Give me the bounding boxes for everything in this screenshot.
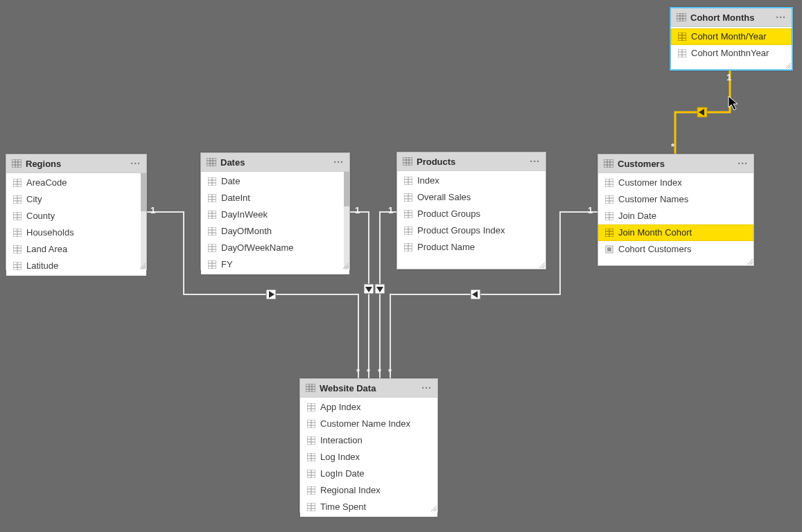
more-icon[interactable]: ··· bbox=[130, 158, 141, 169]
field-customerindex[interactable]: Customer Index bbox=[598, 175, 753, 191]
field-date[interactable]: Date bbox=[201, 173, 349, 190]
field-customernameindex[interactable]: Customer Name Index bbox=[300, 416, 437, 432]
more-icon[interactable]: ··· bbox=[776, 12, 786, 23]
resize-grip[interactable] bbox=[747, 259, 753, 265]
field-county[interactable]: County bbox=[6, 208, 146, 224]
field-label: Join Month Cohort bbox=[618, 227, 692, 239]
column-icon bbox=[605, 195, 613, 204]
field-city[interactable]: City bbox=[6, 191, 146, 208]
field-areacode[interactable]: AreaCode bbox=[6, 175, 146, 191]
field-dayinweek[interactable]: DayInWeek bbox=[201, 206, 349, 223]
table-cohort-months[interactable]: Cohort Months ··· Cohort Month/Year Coho… bbox=[670, 7, 793, 71]
field-households[interactable]: Households bbox=[6, 224, 146, 241]
field-dateint[interactable]: DateInt bbox=[201, 190, 349, 206]
resize-grip[interactable] bbox=[140, 263, 146, 269]
field-productgroups[interactable]: Product Groups bbox=[397, 206, 546, 222]
table-header[interactable]: Regions ··· bbox=[6, 154, 146, 173]
field-label: DateInt bbox=[221, 192, 250, 204]
table-header[interactable]: Products ··· bbox=[397, 152, 546, 171]
svg-rect-66 bbox=[403, 157, 412, 166]
table-header[interactable]: Website Data ··· bbox=[300, 379, 437, 398]
field-fy[interactable]: FY bbox=[201, 256, 349, 273]
field-label: LogIn Date bbox=[320, 468, 365, 480]
column-icon bbox=[13, 179, 21, 187]
column-icon bbox=[307, 420, 315, 428]
field-dayofmonth[interactable]: DayOfMonth bbox=[201, 223, 349, 240]
resize-grip[interactable] bbox=[785, 63, 791, 69]
more-icon[interactable]: ··· bbox=[421, 382, 432, 393]
field-dayofweekname[interactable]: DayOfWeekName bbox=[201, 240, 349, 256]
column-icon bbox=[208, 227, 216, 236]
table-icon bbox=[604, 159, 613, 168]
svg-rect-113 bbox=[607, 247, 611, 251]
field-logindate[interactable]: LogIn Date bbox=[300, 466, 437, 482]
field-overallsales[interactable]: Overall Sales bbox=[397, 189, 546, 206]
table-regions[interactable]: Regions ··· AreaCode City County Househo… bbox=[6, 154, 147, 270]
field-customernames[interactable]: Customer Names bbox=[598, 191, 753, 208]
field-cohortmonthyear[interactable]: Cohort Month/Year bbox=[671, 28, 792, 45]
field-index[interactable]: Index bbox=[397, 172, 546, 189]
field-cohortcustomers[interactable]: Cohort Customers bbox=[598, 241, 753, 258]
table-dates[interactable]: Dates ··· Date DateInt DayInWeek DayOfMo… bbox=[200, 152, 350, 270]
column-icon bbox=[13, 212, 21, 220]
cardinality-many: * bbox=[356, 366, 360, 377]
field-interaction[interactable]: Interaction bbox=[300, 432, 437, 449]
field-label: Join Date bbox=[618, 210, 656, 222]
field-label: Cohort Month/Year bbox=[691, 30, 767, 43]
table-website-data[interactable]: Website Data ··· App Index Customer Name… bbox=[299, 378, 438, 513]
field-landarea[interactable]: Land Area bbox=[6, 241, 146, 258]
field-productname[interactable]: Product Name bbox=[397, 239, 546, 256]
field-label: DayInWeek bbox=[221, 209, 268, 221]
table-icon bbox=[207, 158, 216, 166]
resize-grip[interactable] bbox=[343, 263, 349, 269]
table-title: Regions bbox=[26, 159, 130, 169]
cardinality-many: * bbox=[388, 366, 392, 377]
column-icon bbox=[404, 227, 412, 235]
column-icon bbox=[404, 210, 412, 218]
model-canvas[interactable]: Regions ··· AreaCode City County Househo… bbox=[0, 0, 802, 532]
measure-icon bbox=[605, 245, 613, 254]
field-latitude[interactable]: Latitude bbox=[6, 258, 146, 274]
scrollbar-thumb[interactable] bbox=[344, 172, 349, 206]
field-joinmonthcohort[interactable]: Join Month Cohort bbox=[598, 224, 753, 241]
table-header[interactable]: Dates ··· bbox=[201, 153, 349, 172]
table-header[interactable]: Cohort Months ··· bbox=[671, 8, 792, 27]
scrollbar-thumb[interactable] bbox=[141, 173, 146, 211]
column-icon bbox=[307, 436, 315, 445]
table-icon bbox=[12, 159, 21, 168]
cardinality-one: 1 bbox=[726, 72, 731, 82]
column-icon bbox=[208, 244, 216, 252]
field-regionalindex[interactable]: Regional Index bbox=[300, 482, 437, 499]
field-timespent[interactable]: Time Spent bbox=[300, 499, 437, 515]
field-label: County bbox=[26, 210, 55, 222]
field-appindex[interactable]: App Index bbox=[300, 399, 437, 416]
resize-grip[interactable] bbox=[431, 506, 437, 511]
scrollbar[interactable] bbox=[344, 172, 349, 269]
field-label: Date bbox=[221, 175, 240, 188]
field-label: Product Groups Index bbox=[417, 224, 505, 237]
field-joindate[interactable]: Join Date bbox=[598, 208, 753, 224]
scrollbar[interactable] bbox=[141, 173, 146, 269]
column-icon bbox=[404, 243, 412, 251]
field-logindex[interactable]: Log Index bbox=[300, 449, 437, 466]
table-customers[interactable]: Customers ··· Customer Index Customer Na… bbox=[598, 154, 754, 266]
cardinality-many: * bbox=[378, 366, 381, 377]
svg-rect-37 bbox=[207, 158, 216, 166]
more-icon[interactable]: ··· bbox=[738, 158, 748, 169]
more-icon[interactable]: ··· bbox=[530, 156, 540, 167]
resize-grip[interactable] bbox=[539, 263, 545, 268]
column-icon bbox=[307, 486, 315, 495]
column-icon bbox=[678, 49, 686, 57]
field-cohortmonthnyear[interactable]: Cohort MonthnYear bbox=[671, 45, 792, 62]
field-label: Index bbox=[417, 175, 439, 187]
table-header[interactable]: Customers ··· bbox=[598, 154, 753, 173]
table-title: Products bbox=[417, 157, 530, 167]
table-icon bbox=[306, 384, 315, 392]
more-icon[interactable]: ··· bbox=[333, 157, 344, 168]
column-icon bbox=[13, 229, 21, 237]
field-label: Land Area bbox=[26, 243, 67, 256]
field-productgroupsindex[interactable]: Product Groups Index bbox=[397, 222, 546, 239]
table-products[interactable]: Products ··· Index Overall Sales Product… bbox=[396, 152, 546, 269]
field-list: Customer Index Customer Names Join Date … bbox=[598, 173, 753, 259]
table-title: Cohort Months bbox=[690, 12, 776, 23]
